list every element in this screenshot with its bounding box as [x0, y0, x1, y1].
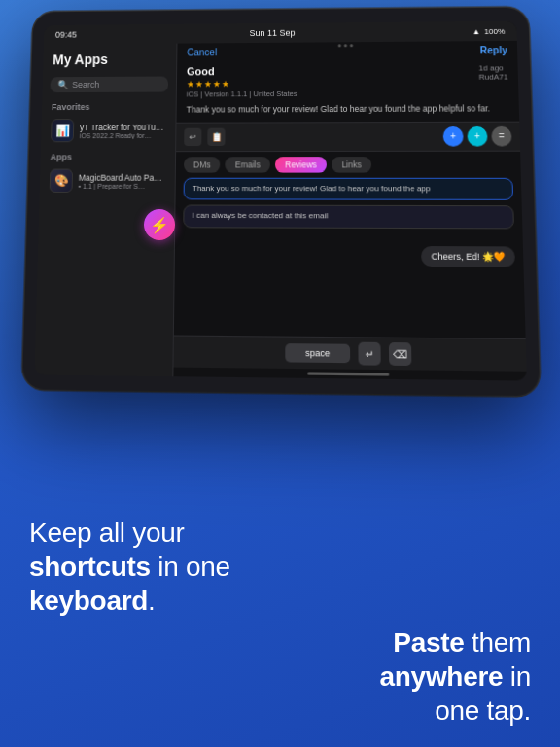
paste-bold: Paste	[393, 627, 464, 658]
search-bar[interactable]: 🔍 Search	[50, 77, 168, 93]
delete-key[interactable]: ⌫	[389, 342, 412, 366]
text-right-block: Paste them anywhere in one tap.	[29, 625, 531, 728]
in-one-text: in one	[151, 551, 230, 582]
toolbar-left: ↩ 📋	[184, 128, 225, 146]
them-text: them	[464, 627, 531, 658]
headline-line-6: one tap.	[29, 694, 531, 728]
float-badge: Cheers, Ed! 🌟🧡	[421, 246, 515, 267]
sidebar: My Apps 🔍 Search Favorites yT Tracker fo…	[34, 24, 177, 376]
compose-area: Thank you so much for your review! Glad …	[174, 178, 526, 338]
ipad-screen: 09:45 Sun 11 Sep ▲ 100% My Apps 🔍 Search…	[34, 21, 526, 381]
review-platform: iOS | Version 1.1.1 | United States	[187, 89, 298, 99]
home-indicator	[307, 372, 389, 375]
menu-button[interactable]: =	[491, 126, 511, 147]
text-left-block: Keep all your shortcuts in one keyboard.	[29, 516, 531, 618]
review-meta: Good ★★★★★ iOS | Version 1.1.1 | United …	[177, 61, 519, 100]
ipad-device: 09:45 Sun 11 Sep ▲ 100% My Apps 🔍 Search…	[22, 7, 540, 396]
list-item[interactable]: yT Tracker for YouTu… iOS 2022.2 Ready f…	[41, 115, 176, 147]
status-date: Sun 11 Sep	[250, 28, 296, 38]
search-placeholder: Search	[72, 80, 99, 89]
review-title: Good	[187, 65, 298, 78]
headline-line-3: keyboard.	[29, 584, 531, 618]
main-panel: Cancel Reply Good ★★★★★ iOS | Version 1.…	[173, 21, 527, 381]
cancel-button[interactable]: Cancel	[187, 47, 217, 57]
app-name: MagicBoard Auto Pa…	[79, 172, 165, 182]
add-button-2[interactable]: +	[467, 126, 487, 147]
headline-line-5: anywhere in	[29, 659, 531, 694]
headline-line-4: Paste them	[29, 625, 531, 659]
app-icon-magic	[50, 169, 73, 193]
review-meta-row: Good ★★★★★ iOS | Version 1.1.1 | United …	[187, 63, 508, 98]
review-right: 1d ago RudA71	[478, 63, 508, 82]
space-key[interactable]: space	[285, 343, 350, 363]
review-time: 1d ago	[478, 63, 508, 72]
reply-button[interactable]: Reply	[480, 45, 508, 55]
compose-snippet-2[interactable]: I can always be contacted at this email	[183, 205, 514, 229]
app-sub: iOS 2022.2 Ready for…	[80, 131, 166, 138]
ipad-frame: 09:45 Sun 11 Sep ▲ 100% My Apps 🔍 Search…	[22, 7, 540, 396]
anywhere-bold: anywhere	[380, 661, 504, 692]
review-author: RudA71	[479, 72, 508, 81]
list-item[interactable]: MagicBoard Auto Pa… ▪ 1.1 | Prepare for …	[40, 164, 175, 196]
add-button-1[interactable]: +	[443, 126, 464, 147]
undo-icon[interactable]: ↩	[184, 128, 201, 146]
bolt-icon: ⚡	[144, 209, 175, 240]
clipboard-icon[interactable]: 📋	[207, 128, 225, 146]
status-time: 09:45	[55, 30, 77, 40]
keyboard-bar: space ↵ ⌫	[173, 335, 526, 371]
app-sub: ▪ 1.1 | Prepare for S…	[79, 182, 165, 189]
review-stars: ★★★★★	[187, 79, 298, 89]
period-text: .	[148, 586, 155, 616]
compose-snippet-1[interactable]: Thank you so much for your review! Glad …	[184, 178, 514, 201]
status-bar: 09:45 Sun 11 Sep ▲ 100%	[44, 21, 517, 45]
snippet-tabs: DMs Emails Reviews Links	[176, 152, 521, 178]
app-item-text: yT Tracker for YouTu… iOS 2022.2 Ready f…	[80, 122, 166, 138]
tab-dms[interactable]: DMs	[184, 157, 221, 172]
app-icon-yt	[51, 119, 74, 142]
wifi-icon: ▲	[472, 27, 480, 36]
apps-label: Apps	[41, 146, 176, 164]
keyboard-bold: keyboard	[29, 586, 148, 616]
toolbar-right: + + =	[443, 126, 512, 147]
sidebar-title: My Apps	[43, 48, 176, 74]
app-item-text: MagicBoard Auto Pa… ▪ 1.1 | Prepare for …	[79, 172, 165, 189]
app-name: yT Tracker for YouTu…	[80, 122, 166, 131]
headline-line-2: shortcuts in one	[29, 550, 531, 584]
shortcuts-bold: shortcuts	[29, 551, 151, 582]
tab-emails[interactable]: Emails	[226, 157, 270, 172]
return-key[interactable]: ↵	[358, 342, 380, 366]
toolbar-row: ↩ 📋 + + =	[176, 122, 520, 153]
favorites-label: Favorites	[42, 96, 176, 116]
bottom-text: Keep all your shortcuts in one keyboard.…	[0, 516, 560, 728]
headline-line-1: Keep all your	[29, 516, 531, 550]
in-text: in	[503, 661, 531, 692]
tab-links[interactable]: Links	[332, 157, 371, 173]
battery-icon: 100%	[484, 26, 505, 35]
search-icon: 🔍	[57, 80, 68, 89]
tab-reviews[interactable]: Reviews	[275, 157, 327, 172]
review-left: Good ★★★★★ iOS | Version 1.1.1 | United …	[187, 65, 298, 99]
three-dots	[338, 44, 353, 47]
review-body: Thank you so much for your review! Glad …	[176, 99, 519, 123]
status-right: ▲ 100%	[472, 26, 505, 35]
